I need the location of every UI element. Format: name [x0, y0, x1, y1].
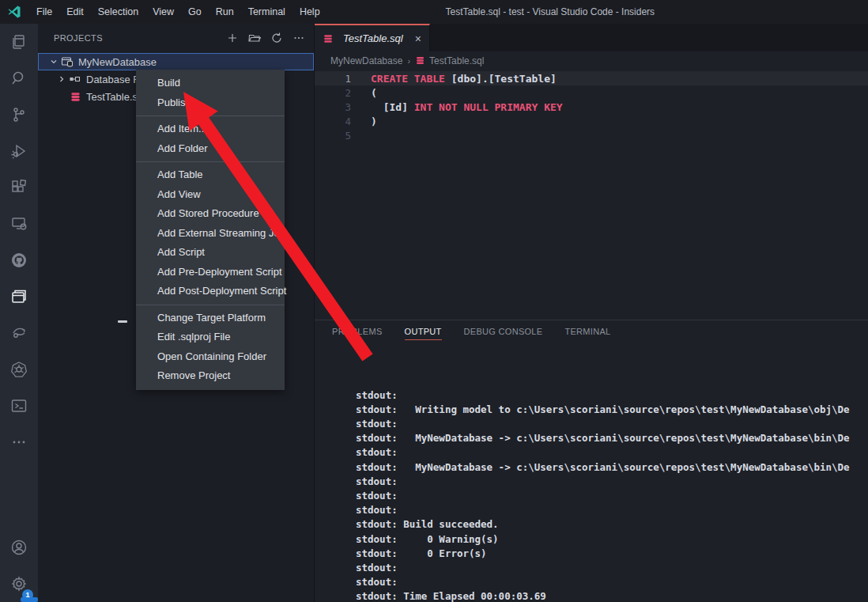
explorer-icon[interactable] — [0, 24, 38, 60]
menu-bar-item[interactable]: Selection — [91, 0, 145, 24]
project-context-menu: BuildPublish Add Item...Add Folder Add T… — [136, 70, 285, 390]
context-menu-item[interactable]: Remove Project — [136, 366, 285, 386]
tab-testtable-sql[interactable]: TestTable.sql × — [315, 24, 430, 51]
line-number: 2 — [315, 87, 351, 99]
line-number: 4 — [315, 115, 351, 127]
tab-debug-console[interactable]: DEBUG CONSOLE — [464, 327, 543, 339]
output-line: stdout: — [356, 489, 868, 503]
open-folder-icon[interactable] — [246, 29, 263, 47]
line-number: 1 — [315, 73, 351, 85]
tree-item-mynewdatabase[interactable]: MyNewDatabase — [38, 53, 314, 70]
database-file-icon — [323, 33, 334, 44]
breadcrumb: MyNewDatabase › TestTable.sql — [315, 51, 868, 70]
activity-bar: 1 — [0, 24, 38, 602]
run-debug-icon[interactable] — [0, 133, 38, 169]
context-menu-item[interactable]: Add Pre-Deployment Script — [136, 263, 285, 282]
menu-bar-item[interactable]: Run — [209, 0, 241, 24]
menu-bar-item[interactable]: File — [29, 0, 59, 24]
output-line: stdout: — [356, 575, 868, 589]
code-editor[interactable]: 1 CREATE TABLE [dbo].[TestTable] 2 ( 3 [… — [315, 70, 868, 320]
tab-label: TestTable.sql — [343, 32, 413, 44]
context-menu-item[interactable]: Add Table — [136, 165, 285, 185]
more-views-icon[interactable] — [0, 424, 38, 460]
output-line: stdout: MyNewDatabase -> c:\Users\scoria… — [356, 460, 868, 475]
context-menu-item[interactable]: Open Containing Folder — [136, 347, 285, 367]
vscode-insiders-logo — [7, 5, 21, 19]
tab-problems[interactable]: PROBLEMS — [332, 327, 383, 339]
bottom-panel: PROBLEMS OUTPUT DEBUG CONSOLE TERMINAL s… — [315, 320, 868, 602]
tab-terminal[interactable]: TERMINAL — [564, 327, 610, 339]
remote-explorer-icon[interactable] — [0, 206, 38, 242]
context-menu-item[interactable]: Edit .sqlproj File — [136, 328, 285, 347]
panel-tab-bar: PROBLEMS OUTPUT DEBUG CONSOLE TERMINAL — [315, 320, 868, 343]
chevron-right-icon[interactable] — [55, 75, 68, 83]
output-line: stdout: — [356, 388, 868, 403]
add-project-icon[interactable] — [224, 29, 241, 47]
output-line: stdout: Time Elapsed 00:00:03.69 — [356, 589, 868, 602]
extensions-icon[interactable] — [0, 169, 38, 206]
breadcrumb-file[interactable]: TestTable.sql — [429, 55, 484, 66]
context-menu-item[interactable]: Add Item... — [136, 119, 285, 139]
sql-connection-icon[interactable] — [0, 315, 38, 351]
database-projects-icon[interactable] — [0, 278, 38, 315]
output-line: stdout: — [356, 445, 868, 460]
more-actions-icon[interactable] — [290, 29, 308, 47]
kubernetes-icon[interactable] — [0, 351, 38, 388]
code-line-4: 4 ) — [315, 115, 868, 129]
vscode-window: FileEditSelectionViewGoRunTerminalHelp T… — [0, 0, 868, 602]
editor-tab-bar: TestTable.sql × — [315, 24, 868, 51]
context-menu-item[interactable]: Add External Streaming Job — [136, 224, 285, 244]
context-menu-item[interactable]: Publish — [136, 93, 285, 113]
table-file-icon — [68, 91, 82, 103]
output-log[interactable]: stdout:stdout: Writing model to c:\Users… — [315, 343, 868, 602]
window-title: TestTable.sql - test - Visual Studio Cod… — [327, 6, 773, 17]
chevron-right-icon: › — [407, 56, 410, 66]
line-number: 3 — [315, 101, 351, 113]
menu-bar-item[interactable]: Edit — [59, 0, 91, 24]
menu-bar: FileEditSelectionViewGoRunTerminalHelp — [29, 0, 327, 24]
output-line: stdout: — [356, 475, 868, 489]
output-line: stdout: MyNewDatabase -> c:\Users\scoria… — [356, 431, 868, 445]
line-number: 5 — [315, 130, 351, 142]
sidebar-header: PROJECTS — [38, 24, 314, 52]
menu-bar-item[interactable]: Terminal — [241, 0, 292, 24]
code-line-1: 1 CREATE TABLE [dbo].[TestTable] — [315, 71, 868, 85]
context-menu-item[interactable]: Build — [136, 74, 285, 93]
code-line-5: 5 — [315, 129, 868, 143]
reference-icon — [68, 73, 82, 85]
output-line: stdout: — [356, 503, 868, 517]
powershell-icon[interactable] — [0, 388, 38, 424]
code-line-2: 2 ( — [315, 85, 868, 100]
refresh-icon[interactable] — [268, 29, 285, 47]
context-menu-item[interactable]: Add Folder — [136, 139, 285, 159]
chevron-down-icon[interactable] — [47, 58, 60, 66]
tree-item-label: MyNewDatabase — [78, 56, 157, 68]
context-menu-item[interactable]: Add Stored Procedure — [136, 204, 285, 224]
clipped-text-fragment — [118, 320, 127, 323]
output-line: stdout: Writing model to c:\Users\scoria… — [356, 403, 868, 417]
context-menu-item[interactable]: Add Script — [136, 243, 285, 263]
output-line: stdout: 0 Error(s) — [356, 547, 868, 561]
output-line: stdout: Build succeeded. — [356, 517, 868, 532]
title-bar: FileEditSelectionViewGoRunTerminalHelp T… — [0, 0, 868, 24]
context-menu-item[interactable]: Change Target Platform — [136, 309, 285, 328]
source-control-icon[interactable] — [0, 97, 38, 133]
code-line-3: 3 [Id] INT NOT NULL PRIMARY KEY — [315, 100, 868, 114]
menu-bar-item[interactable]: View — [145, 0, 181, 24]
output-line: stdout: 0 Warning(s) — [356, 532, 868, 547]
context-menu-item[interactable]: Add View — [136, 185, 285, 205]
taskbar-sliver — [21, 597, 38, 602]
close-icon[interactable]: × — [413, 32, 423, 45]
sidebar-title: PROJECTS — [54, 33, 224, 43]
github-icon[interactable] — [0, 242, 38, 278]
accounts-icon[interactable] — [0, 529, 38, 566]
breadcrumb-project[interactable]: MyNewDatabase — [330, 55, 402, 66]
database-file-icon — [415, 55, 425, 66]
editor-area: TestTable.sql × MyNewDatabase › TestTabl… — [315, 24, 868, 602]
menu-bar-item[interactable]: Help — [292, 0, 327, 24]
context-menu-item[interactable]: Add Post-Deployment Script — [136, 282, 285, 301]
search-icon[interactable] — [0, 60, 38, 97]
tab-output[interactable]: OUTPUT — [405, 327, 442, 340]
output-line: stdout: — [356, 417, 868, 431]
menu-bar-item[interactable]: Go — [181, 0, 209, 24]
